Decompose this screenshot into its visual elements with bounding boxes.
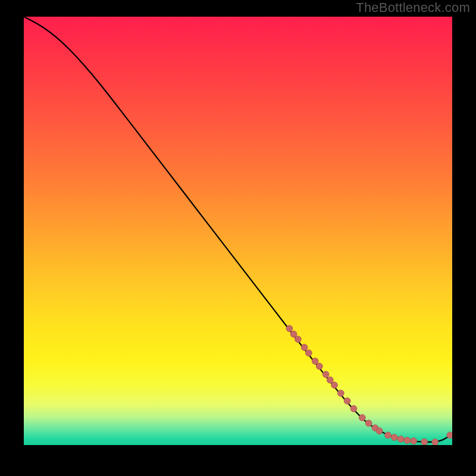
- data-marker: [385, 432, 392, 439]
- data-marker: [344, 397, 350, 404]
- data-marker: [301, 344, 308, 350]
- data-marker: [350, 405, 357, 412]
- data-marker: [421, 439, 428, 445]
- data-marker: [411, 438, 417, 444]
- chart-svg: [24, 17, 452, 445]
- data-marker: [391, 434, 397, 441]
- data-marker: [305, 350, 312, 356]
- data-marker: [447, 432, 452, 439]
- watermark-text: TheBottleneck.com: [356, 0, 470, 15]
- data-marker: [295, 336, 301, 343]
- data-marker: [331, 382, 338, 389]
- data-marker: [365, 420, 372, 427]
- data-marker: [322, 371, 329, 378]
- data-marker: [286, 325, 293, 332]
- data-marker: [327, 377, 333, 383]
- chart-frame: TheBottleneck.com: [0, 0, 476, 476]
- plot-area: [24, 17, 452, 445]
- data-marker: [290, 331, 297, 337]
- data-marker: [337, 390, 344, 396]
- data-marker: [376, 428, 383, 434]
- data-marker: [432, 439, 439, 445]
- data-marker: [316, 363, 322, 369]
- data-marker: [359, 414, 365, 421]
- data-marker: [404, 437, 411, 444]
- gradient-background: [24, 17, 452, 445]
- data-marker: [312, 358, 318, 364]
- data-marker: [397, 436, 404, 442]
